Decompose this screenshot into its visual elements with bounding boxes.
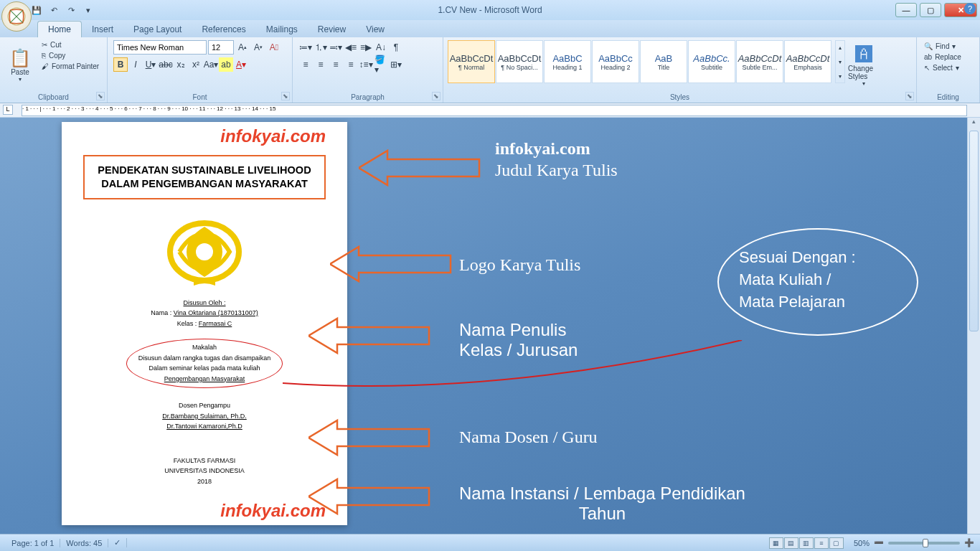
status-proof-icon[interactable]: ✓ bbox=[108, 538, 127, 547]
change-case-button[interactable]: Aa▾ bbox=[204, 57, 218, 72]
grow-font-button[interactable]: A▴ bbox=[235, 40, 250, 55]
line-spacing-button[interactable]: ↕≡▾ bbox=[359, 57, 373, 72]
shading-button[interactable]: 🪣▾ bbox=[374, 57, 388, 72]
font-name-select[interactable] bbox=[113, 40, 207, 55]
horizontal-ruler[interactable]: · 1 · · · | · · · 1 · · · 2 · · · 3 · · … bbox=[22, 105, 967, 116]
view-draft[interactable]: ▢ bbox=[829, 537, 844, 549]
styles-scroll-down[interactable]: ▾ bbox=[836, 55, 844, 68]
view-web-layout[interactable]: ▥ bbox=[799, 537, 814, 549]
view-print-layout[interactable]: ▦ bbox=[769, 537, 783, 549]
italic-button[interactable]: I bbox=[128, 57, 143, 72]
strikethrough-button[interactable]: abc bbox=[159, 57, 173, 72]
bold-button[interactable]: B bbox=[113, 57, 128, 72]
clear-formatting-button[interactable]: A⃠ bbox=[267, 40, 281, 55]
save-icon[interactable]: 💾 bbox=[30, 4, 43, 17]
align-right-button[interactable]: ≡ bbox=[329, 57, 343, 72]
zoom-slider[interactable] bbox=[888, 542, 960, 545]
tab-references[interactable]: References bbox=[192, 22, 255, 37]
paste-button[interactable]: 📋Paste▾ bbox=[4, 40, 36, 90]
status-words[interactable]: Words: 45 bbox=[60, 539, 108, 547]
justify-button[interactable]: ≡ bbox=[344, 57, 358, 72]
styles-gallery[interactable]: AaBbCcDt¶ NormalAaBbCcDt¶ No Spaci...AaB… bbox=[448, 40, 832, 83]
shrink-font-button[interactable]: A▾ bbox=[251, 40, 265, 55]
cut-button[interactable]: ✂Cut bbox=[39, 40, 102, 50]
select-icon: ↖ bbox=[924, 64, 930, 72]
watermark-top: infokyai.com bbox=[220, 126, 326, 146]
subscript-button[interactable]: x₂ bbox=[174, 57, 188, 72]
document-area[interactable]: infokyai.com PENDEKATAN SUSTAINABLE LIVE… bbox=[0, 118, 980, 534]
select-button[interactable]: ↖Select ▾ bbox=[921, 63, 975, 72]
style-item[interactable]: AaBbCcDt¶ No Spaci... bbox=[496, 40, 543, 83]
style-item[interactable]: AaBbCcDtEmphasis bbox=[784, 40, 831, 83]
show-marks-button[interactable]: ¶ bbox=[389, 40, 403, 55]
underline-button[interactable]: U▾ bbox=[143, 57, 158, 72]
anno-author: Nama PenulisKelas / Jurusan bbox=[459, 320, 578, 360]
tab-review[interactable]: Review bbox=[308, 22, 356, 37]
font-dialog-launcher[interactable]: ⬊ bbox=[281, 92, 290, 100]
style-item[interactable]: AaBbCcHeading 2 bbox=[592, 40, 639, 83]
style-item[interactable]: AaBbCcDt¶ Normal bbox=[448, 40, 495, 83]
bullets-button[interactable]: ≔▾ bbox=[298, 40, 313, 55]
change-styles-button[interactable]: 🅰Change Styles▾ bbox=[848, 40, 880, 90]
superscript-button[interactable]: x² bbox=[189, 57, 203, 72]
institution-section: FAKULTAS FARMASI UNIVERSITAS INDONESIA 2… bbox=[83, 456, 326, 487]
tab-view[interactable]: View bbox=[356, 22, 395, 37]
arrow-3 bbox=[308, 316, 430, 356]
zoom-in-button[interactable]: ➕ bbox=[964, 538, 974, 547]
view-full-screen[interactable]: ▤ bbox=[784, 537, 798, 549]
help-icon[interactable]: ? bbox=[964, 3, 976, 14]
group-styles: AaBbCcDt¶ NormalAaBbCcDt¶ No Spaci...AaB… bbox=[443, 37, 917, 103]
tab-mailings[interactable]: Mailings bbox=[256, 22, 308, 37]
brush-icon: 🖌 bbox=[42, 62, 49, 70]
anno-oval: Sesuai Dengan : Mata Kuliah / Mata Pelaj… bbox=[717, 228, 918, 336]
style-item[interactable]: AaBbCHeading 1 bbox=[544, 40, 591, 83]
undo-icon[interactable]: ↶ bbox=[47, 4, 60, 17]
replace-button[interactable]: abReplace bbox=[921, 52, 975, 62]
redo-icon[interactable]: ↷ bbox=[65, 4, 77, 17]
decrease-indent-button[interactable]: ◀≡ bbox=[344, 40, 358, 55]
arrow-4 bbox=[308, 418, 430, 458]
borders-button[interactable]: ⊞▾ bbox=[389, 57, 403, 72]
sort-button[interactable]: A↓ bbox=[374, 40, 388, 55]
highlight-button[interactable]: ab bbox=[219, 57, 233, 72]
tab-page-layout[interactable]: Page Layout bbox=[123, 22, 192, 37]
align-left-button[interactable]: ≡ bbox=[298, 57, 313, 72]
paste-icon: 📋 bbox=[9, 48, 31, 68]
status-page[interactable]: Page: 1 of 1 bbox=[6, 539, 60, 547]
numbering-button[interactable]: ⒈▾ bbox=[314, 40, 328, 55]
zoom-out-button[interactable]: ➖ bbox=[874, 538, 884, 547]
dosen-section: Dosen Pengampu Dr.Bambang Sulaiman, Ph.D… bbox=[83, 401, 326, 432]
qat-more-icon[interactable]: ▾ bbox=[82, 4, 95, 17]
format-painter-button[interactable]: 🖌Format Painter bbox=[39, 62, 102, 71]
clipboard-dialog-launcher[interactable]: ⬊ bbox=[96, 92, 105, 100]
maximize-button[interactable]: ▢ bbox=[920, 3, 941, 17]
align-center-button[interactable]: ≡ bbox=[314, 57, 328, 72]
vertical-scrollbar[interactable]: ▴ bbox=[967, 118, 980, 534]
style-item[interactable]: AaBbCcDtSubtle Em... bbox=[736, 40, 783, 83]
office-button[interactable] bbox=[1, 1, 32, 32]
tab-insert[interactable]: Insert bbox=[82, 22, 123, 37]
style-item[interactable]: AaBTitle bbox=[640, 40, 687, 83]
logo bbox=[83, 212, 326, 294]
view-outline[interactable]: ≡ bbox=[814, 537, 829, 549]
ribbon: 📋Paste▾ ✂Cut ⎘Copy 🖌Format Painter Clipb… bbox=[0, 37, 980, 103]
multilevel-button[interactable]: ≕▾ bbox=[329, 40, 343, 55]
styles-dialog-launcher[interactable]: ⬊ bbox=[905, 92, 914, 100]
minimize-button[interactable]: — bbox=[895, 3, 917, 17]
increase-indent-button[interactable]: ≡▶ bbox=[359, 40, 373, 55]
font-color-button[interactable]: A▾ bbox=[234, 57, 248, 72]
copy-button[interactable]: ⎘Copy bbox=[39, 51, 102, 60]
title-bar: 💾 ↶ ↷ ▾ 1.CV New - Microsoft Word — ▢ ✕ bbox=[0, 0, 980, 20]
styles-expand[interactable]: ▾ bbox=[836, 70, 844, 83]
styles-scroll-up[interactable]: ▴ bbox=[836, 41, 844, 54]
copy-icon: ⎘ bbox=[42, 52, 46, 60]
tab-home[interactable]: Home bbox=[37, 21, 82, 37]
svg-point-2 bbox=[196, 243, 213, 260]
font-size-select[interactable] bbox=[208, 40, 234, 55]
style-item[interactable]: AaBbCc.Subtitle bbox=[688, 40, 735, 83]
zoom-level[interactable]: 50% bbox=[854, 539, 870, 547]
paragraph-dialog-launcher[interactable]: ⬊ bbox=[432, 92, 440, 100]
document-page[interactable]: infokyai.com PENDEKATAN SUSTAINABLE LIVE… bbox=[62, 122, 347, 525]
ruler-toggle[interactable]: L bbox=[3, 105, 13, 115]
find-button[interactable]: 🔍Find ▾ bbox=[921, 42, 975, 51]
